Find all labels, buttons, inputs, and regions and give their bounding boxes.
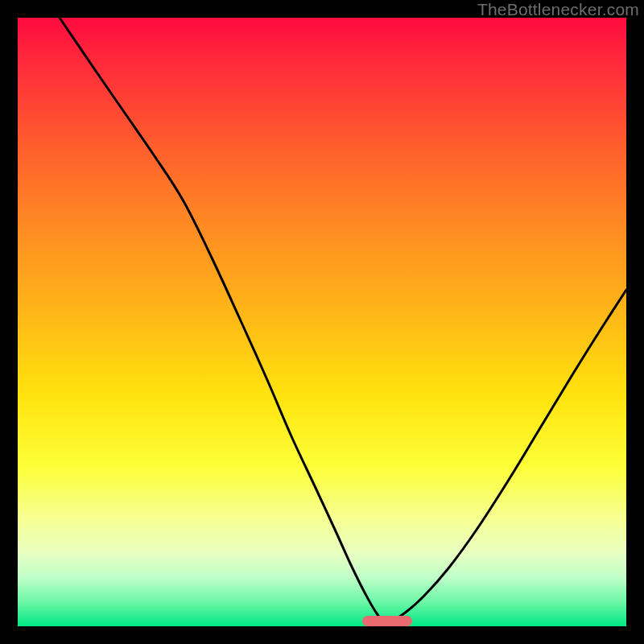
plot-area: [18, 18, 626, 626]
watermark-text: TheBottlenecker.com: [477, 0, 639, 19]
chart-frame: TheBottlenecker.com: [0, 0, 644, 644]
bottleneck-curve: [60, 18, 626, 623]
curve-layer: [18, 18, 626, 626]
minimum-marker: [362, 616, 412, 626]
